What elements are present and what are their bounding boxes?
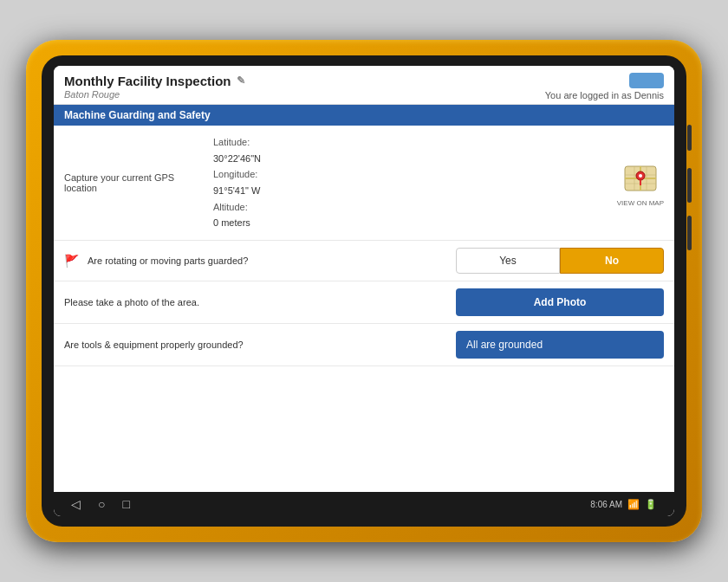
gps-row: Capture your current GPS location Latitu… — [54, 126, 674, 241]
yes-button[interactable]: Yes — [456, 248, 560, 274]
recents-button[interactable]: □ — [122, 497, 129, 511]
volume-down-button[interactable] — [687, 216, 692, 250]
altitude-row: Altitude: 0 meters — [213, 199, 607, 231]
longitude-value: 91°5'41" W — [213, 183, 607, 199]
android-nav-bar: ◁ ○ □ 8:06 AM 📶 🔋 — [54, 492, 674, 516]
android-nav-buttons: ◁ ○ □ — [71, 497, 130, 511]
longitude-row: Longitude: 91°5'41" W — [213, 166, 607, 198]
wifi-icon: 📶 — [627, 499, 640, 510]
flag-icon: 🚩 — [64, 254, 79, 268]
question-row-2: Please take a photo of the area. Add Pho… — [54, 281, 674, 324]
latitude-label: Latitude: — [213, 134, 265, 151]
question-text-3: Are tools & equipment properly grounded? — [64, 340, 447, 350]
header-action-button[interactable] — [629, 73, 664, 88]
content-area: Capture your current GPS location Latitu… — [54, 126, 674, 492]
status-bar: 8:06 AM 📶 🔋 — [590, 499, 657, 510]
battery-icon: 🔋 — [645, 499, 657, 510]
view-on-map-label[interactable]: VIEW ON MAP — [617, 199, 664, 207]
latitude-row: Latitude: 30°22'46"N — [213, 134, 607, 166]
tablet-device: Monthly Facility Inspection ✎ Baton Roug… — [26, 40, 702, 542]
yes-no-buttons: Yes No — [456, 248, 664, 274]
grounded-value[interactable]: All are grounded — [456, 331, 664, 359]
time-display: 8:06 AM — [590, 500, 622, 509]
back-button[interactable]: ◁ — [71, 497, 81, 511]
section-header: Machine Guarding and Safety — [54, 105, 674, 126]
question-text-2: Please take a photo of the area. — [64, 297, 447, 307]
volume-up-button[interactable] — [687, 168, 692, 203]
app-title: Monthly Facility Inspection — [64, 74, 231, 88]
gps-label: Capture your current GPS location — [64, 172, 203, 193]
edit-icon[interactable]: ✎ — [237, 74, 245, 87]
tablet-screen: Monthly Facility Inspection ✎ Baton Roug… — [54, 66, 674, 516]
power-button[interactable] — [687, 125, 692, 151]
altitude-value: 0 meters — [213, 215, 607, 231]
longitude-label: Longitude: — [213, 166, 265, 183]
app-header: Monthly Facility Inspection ✎ Baton Roug… — [54, 66, 674, 105]
question-row-3: Are tools & equipment properly grounded?… — [54, 324, 674, 366]
map-icon — [621, 159, 660, 197]
question-row-1: 🚩 Are rotating or moving parts guarded? … — [54, 241, 674, 281]
add-photo-button[interactable]: Add Photo — [456, 288, 664, 316]
map-icon-container[interactable]: VIEW ON MAP — [617, 159, 664, 207]
login-info: You are logged in as Dennis — [545, 90, 664, 100]
no-button[interactable]: No — [560, 248, 664, 274]
home-button[interactable]: ○ — [98, 497, 105, 511]
app-subtitle: Baton Rouge — [64, 89, 120, 100]
altitude-label: Altitude: — [213, 199, 265, 216]
tablet-bezel: Monthly Facility Inspection ✎ Baton Roug… — [42, 55, 686, 527]
svg-point-9 — [639, 174, 642, 178]
app-title-container: Monthly Facility Inspection ✎ — [64, 74, 245, 88]
question-text-1: Are rotating or moving parts guarded? — [88, 255, 447, 266]
latitude-value: 30°22'46"N — [213, 151, 607, 167]
gps-coords: Latitude: 30°22'46"N Longitude: 91°5'41"… — [213, 134, 607, 231]
